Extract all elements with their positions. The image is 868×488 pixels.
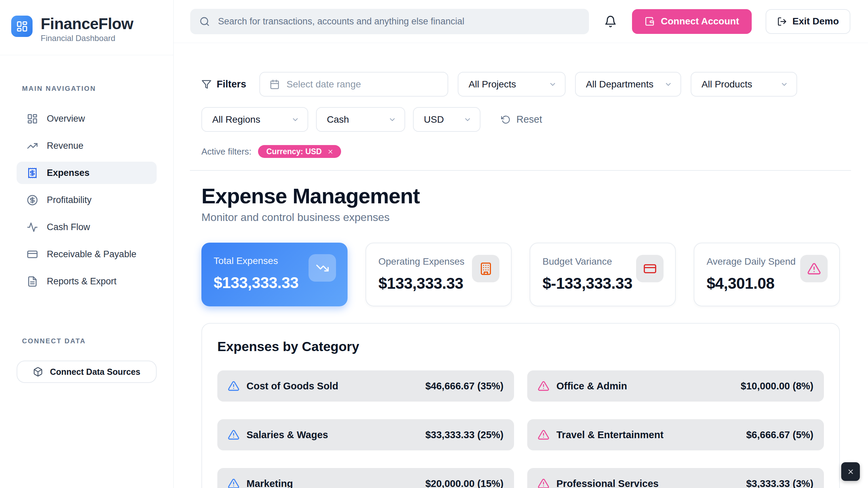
- grid-icon: [27, 113, 38, 124]
- dollar-circle-icon: [27, 195, 38, 206]
- filter-select-all-departments[interactable]: All Departments: [575, 72, 681, 97]
- funnel-icon: [201, 79, 212, 89]
- category-row-professional-services: Professional Services $3,333.33 (3%): [527, 468, 824, 488]
- sidebar-nav-list: Overview Revenue Expenses Profitability …: [17, 107, 157, 292]
- calendar-icon: [270, 79, 280, 89]
- stat-cards: Total Expenses $133,333.33 Operating Exp…: [201, 243, 840, 306]
- filter-select-usd[interactable]: USD: [413, 107, 480, 132]
- filter-select-all-products[interactable]: All Products: [691, 72, 797, 97]
- notifications-button[interactable]: [603, 14, 618, 29]
- remove-filter-button[interactable]: [327, 148, 334, 155]
- connect-data-section: CONNECT DATA Connect Data Sources: [0, 337, 173, 383]
- stat-card-budget-variance: Budget Variance $-133,333.33: [530, 243, 676, 306]
- brand-name: FinanceFlow: [41, 16, 133, 32]
- connect-account-label: Connect Account: [661, 16, 739, 27]
- search-icon: [199, 16, 210, 27]
- main-area: Connect Account Exit Demo Filters Select…: [174, 0, 868, 488]
- category-row-travel-entertainment: Travel & Entertainment $6,666.67 (5%): [527, 419, 824, 450]
- chevron-down-icon: [664, 80, 672, 88]
- sidebar-item-expenses[interactable]: Expenses: [17, 162, 157, 184]
- brand-tagline: Financial Dashboard: [41, 34, 133, 43]
- close-icon: [847, 468, 854, 475]
- active-filters-label: Active filters:: [201, 146, 251, 157]
- alert-triangle-icon: [228, 478, 239, 488]
- filter-selects-row-1: All Projects All Departments All Product…: [458, 72, 797, 97]
- credit-card-icon: [27, 249, 38, 260]
- app-window: FinanceFlow Financial Dashboard MAIN NAV…: [0, 0, 868, 488]
- filter-select-cash[interactable]: Cash: [316, 107, 405, 132]
- brand-header: FinanceFlow Financial Dashboard: [0, 0, 173, 55]
- chevron-down-icon: [780, 80, 788, 88]
- filter-select-all-projects[interactable]: All Projects: [458, 72, 566, 97]
- alert-triangle-icon: [538, 478, 549, 488]
- connect-data-sources-button[interactable]: Connect Data Sources: [17, 361, 157, 383]
- chevron-down-icon: [291, 116, 299, 124]
- content: Filters Select date range All Projects A…: [174, 43, 868, 488]
- category-row-marketing: Marketing $20,000.00 (15%): [217, 468, 514, 488]
- alert-triangle-icon: [807, 262, 821, 276]
- chevron-down-icon: [463, 116, 472, 124]
- date-range-placeholder: Select date range: [287, 79, 361, 90]
- trending-up-icon: [27, 140, 38, 151]
- search-input[interactable]: [217, 16, 584, 27]
- building-icon: [479, 262, 493, 276]
- chevron-down-icon: [388, 116, 396, 124]
- app-logo-icon: [11, 16, 33, 37]
- filter-selects-row-2: All Regions Cash USD: [201, 107, 480, 132]
- date-range-input[interactable]: Select date range: [259, 72, 448, 97]
- sidebar-item-cash-flow[interactable]: Cash Flow: [17, 216, 157, 238]
- sidebar: FinanceFlow Financial Dashboard MAIN NAV…: [0, 0, 174, 488]
- alert-triangle-icon: [538, 429, 549, 441]
- exit-demo-button[interactable]: Exit Demo: [766, 9, 850, 34]
- filters-row-1: Filters Select date range All Projects A…: [201, 72, 840, 97]
- credit-card-icon: [643, 262, 657, 276]
- activity-icon: [27, 222, 38, 233]
- wallet-icon: [645, 16, 655, 26]
- alert-triangle-icon: [228, 380, 239, 392]
- topbar: Connect Account Exit Demo: [174, 0, 868, 43]
- exit-demo-label: Exit Demo: [792, 16, 839, 27]
- filters-title: Filters: [201, 79, 246, 90]
- receipt-icon: [27, 167, 38, 179]
- connect-account-button[interactable]: Connect Account: [632, 9, 752, 34]
- sidebar-item-revenue[interactable]: Revenue: [17, 135, 157, 157]
- stat-card-total-expenses: Total Expenses $133,333.33: [201, 243, 348, 306]
- file-text-icon: [27, 276, 38, 287]
- sidebar-item-profitability[interactable]: Profitability: [17, 189, 157, 211]
- rotate-ccw-icon: [501, 115, 511, 124]
- category-row-office-admin: Office & Admin $10,000.00 (8%): [527, 370, 824, 402]
- active-filters-row: Active filters: Currency: USD: [201, 145, 840, 158]
- stat-card-average-daily-spend: Average Daily Spend $4,301.08: [694, 243, 840, 306]
- log-out-icon: [777, 17, 787, 26]
- alert-triangle-icon: [538, 380, 549, 392]
- reset-filters-button[interactable]: Reset: [501, 114, 542, 125]
- bell-icon: [603, 15, 618, 28]
- connect-section-header: CONNECT DATA: [17, 337, 157, 345]
- close-button[interactable]: [841, 462, 860, 481]
- page-subtitle: Monitor and control business expenses: [201, 211, 840, 224]
- trending-down-icon: [316, 261, 329, 275]
- filter-select-all-regions[interactable]: All Regions: [201, 107, 308, 132]
- active-filter-chips: Currency: USD: [258, 145, 341, 158]
- active-filter-chip: Currency: USD: [258, 145, 341, 158]
- sidebar-item-receivable-payable[interactable]: Receivable & Payable: [17, 243, 157, 265]
- section-divider: [190, 170, 851, 171]
- sidebar-item-overview[interactable]: Overview: [17, 107, 157, 130]
- category-row-cost-of-goods-sold: Cost of Goods Sold $46,666.67 (35%): [217, 370, 514, 402]
- cube-icon: [33, 367, 43, 377]
- sidebar-nav: MAIN NAVIGATION Overview Revenue Expense…: [0, 55, 173, 297]
- connect-data-sources-label: Connect Data Sources: [50, 367, 140, 377]
- sidebar-item-reports-export[interactable]: Reports & Export: [17, 270, 157, 292]
- chevron-down-icon: [549, 80, 557, 88]
- panel-title: Expenses by Category: [217, 339, 824, 354]
- page-title: Expense Management: [201, 184, 840, 208]
- stat-card-operating-expenses: Operating Expenses $133,333.33: [366, 243, 512, 306]
- category-grid: Cost of Goods Sold $46,666.67 (35%) Offi…: [217, 370, 824, 488]
- expenses-by-category-panel: Expenses by Category Cost of Goods Sold …: [201, 323, 840, 488]
- filters-row-2: All Regions Cash USD Reset: [201, 107, 840, 132]
- category-row-salaries-wages: Salaries & Wages $33,333.33 (25%): [217, 419, 514, 450]
- global-search: [190, 9, 589, 34]
- alert-triangle-icon: [228, 429, 239, 441]
- nav-section-header: MAIN NAVIGATION: [17, 85, 157, 93]
